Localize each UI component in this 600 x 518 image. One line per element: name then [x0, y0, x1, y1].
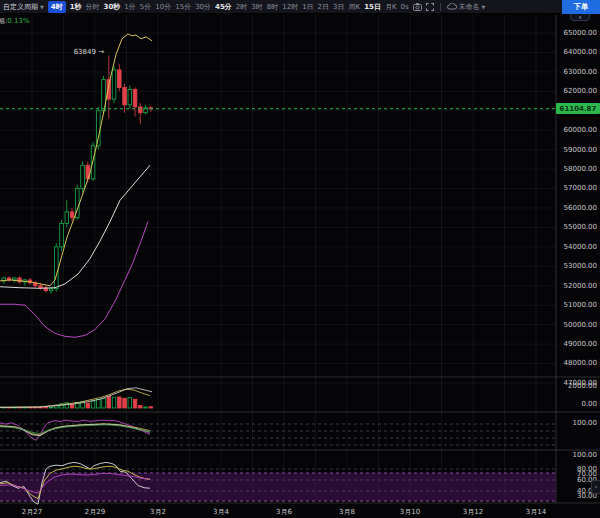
- svg-text:100.00: 100.00: [573, 419, 598, 427]
- svg-text:49000.00: 49000.00: [564, 340, 597, 348]
- toolbar-divider: [440, 3, 441, 11]
- svg-text:65000.00: 65000.00: [564, 29, 597, 37]
- period-button[interactable]: 15日: [364, 2, 381, 12]
- period-button[interactable]: 2时: [236, 2, 247, 12]
- period-button[interactable]: 分时: [86, 2, 100, 12]
- layout-name-label: 未命名: [459, 2, 480, 12]
- camera-icon[interactable]: [413, 3, 422, 11]
- svg-text:60000.00: 60000.00: [564, 126, 597, 134]
- period-button[interactable]: 30分: [195, 2, 211, 12]
- trading-app: 65000.0064000.0063000.0062000.0060000.00…: [0, 0, 600, 518]
- svg-text:3月10: 3月10: [400, 508, 420, 516]
- period-button[interactable]: 3时: [251, 2, 262, 12]
- svg-text:62000.00: 62000.00: [564, 87, 597, 95]
- place-order-button[interactable]: 下单: [562, 0, 600, 14]
- svg-text:3月2: 3月2: [150, 508, 166, 516]
- svg-text:55000.00: 55000.00: [564, 223, 597, 231]
- period-button[interactable]: 1日: [302, 2, 313, 12]
- ma-lines-layer: [0, 34, 152, 337]
- period-button[interactable]: 12时: [282, 2, 298, 12]
- svg-text:0.00: 0.00: [581, 400, 597, 408]
- svg-text:53000.00: 53000.00: [564, 262, 597, 270]
- chart-canvas[interactable]: 65000.0064000.0063000.0062000.0060000.00…: [0, 0, 600, 518]
- svg-text:3月14: 3月14: [526, 508, 547, 516]
- high-price-annotation: 63849 →: [62, 48, 104, 56]
- change-percent-value: 0.13%: [7, 17, 29, 25]
- period-button[interactable]: 月K: [385, 2, 397, 12]
- oscillator-layer: [0, 420, 150, 440]
- svg-text:3月8: 3月8: [339, 508, 355, 516]
- date-axis-labels[interactable]: 2月272月293月23月43月63月83月103月123月14: [22, 508, 547, 516]
- svg-text:52000.00: 52000.00: [564, 282, 597, 290]
- chevron-down-icon: ▼: [40, 4, 44, 10]
- period-button[interactable]: 1分: [124, 2, 135, 12]
- expand-panel-button[interactable]: ›: [591, 480, 600, 494]
- svg-text:56000.00: 56000.00: [564, 204, 597, 212]
- svg-text:100.00: 100.00: [573, 451, 598, 459]
- svg-text:63000.00: 63000.00: [564, 68, 597, 76]
- period-button[interactable]: 4时: [48, 1, 66, 13]
- svg-text:51000.00: 51000.00: [564, 301, 597, 309]
- price-axis-labels[interactable]: 65000.0064000.0063000.0062000.0060000.00…: [564, 29, 597, 500]
- period-button[interactable]: 0s: [400, 2, 408, 12]
- custom-period-dropdown[interactable]: 自定义周期 ▼: [3, 2, 44, 12]
- svg-text:54000.00: 54000.00: [564, 243, 597, 251]
- svg-text:58000.00: 58000.00: [564, 165, 597, 173]
- svg-text:3月6: 3月6: [276, 508, 292, 516]
- custom-period-label: 自定义周期: [3, 2, 38, 12]
- kline-chart[interactable]: 65000.0064000.0063000.0062000.0060000.00…: [0, 0, 600, 518]
- period-button[interactable]: 30秒: [104, 2, 121, 12]
- period-button[interactable]: 8时: [267, 2, 278, 12]
- svg-text:2月27: 2月27: [22, 508, 42, 516]
- period-button[interactable]: 15分: [175, 2, 191, 12]
- period-buttons: 4时1秒分时30秒1分5分10分15分30分45分2时3时8时12时1日2日3日…: [48, 1, 409, 13]
- svg-text:64000.00: 64000.00: [564, 48, 597, 56]
- svg-text:2月29: 2月29: [85, 508, 105, 516]
- period-button[interactable]: 5分: [140, 2, 151, 12]
- period-button[interactable]: 45分: [215, 2, 232, 12]
- change-percent-legend: 幅:0.13%: [0, 16, 30, 26]
- svg-text:48000.00: 48000.00: [564, 359, 597, 367]
- current-price-tag: 61104.87: [556, 103, 600, 114]
- svg-text:2000.00: 2000.00: [568, 382, 597, 390]
- kdj-band: [0, 469, 556, 501]
- fullscreen-icon[interactable]: [426, 3, 434, 11]
- grid-lines: [0, 15, 556, 503]
- svg-text:3月12: 3月12: [463, 508, 483, 516]
- chevron-down-icon: ▼: [482, 4, 486, 10]
- svg-text:50000.00: 50000.00: [564, 321, 597, 329]
- period-button[interactable]: 周K: [349, 2, 361, 12]
- svg-text:59000.00: 59000.00: [564, 146, 597, 154]
- collapse-order-panel-tab[interactable]: ∧: [570, 14, 590, 21]
- period-button[interactable]: 2日: [318, 2, 329, 12]
- period-button[interactable]: 1秒: [70, 2, 82, 12]
- svg-text:57000.00: 57000.00: [564, 184, 597, 192]
- period-toolbar: 自定义周期 ▼ 4时1秒分时30秒1分5分10分15分30分45分2时3时8时1…: [0, 0, 600, 14]
- cloud-icon: [447, 3, 457, 10]
- period-button[interactable]: 3日: [333, 2, 344, 12]
- svg-text:3月4: 3月4: [213, 508, 229, 516]
- period-button[interactable]: 10分: [155, 2, 171, 12]
- layout-menu[interactable]: 未命名 ▼: [447, 2, 486, 12]
